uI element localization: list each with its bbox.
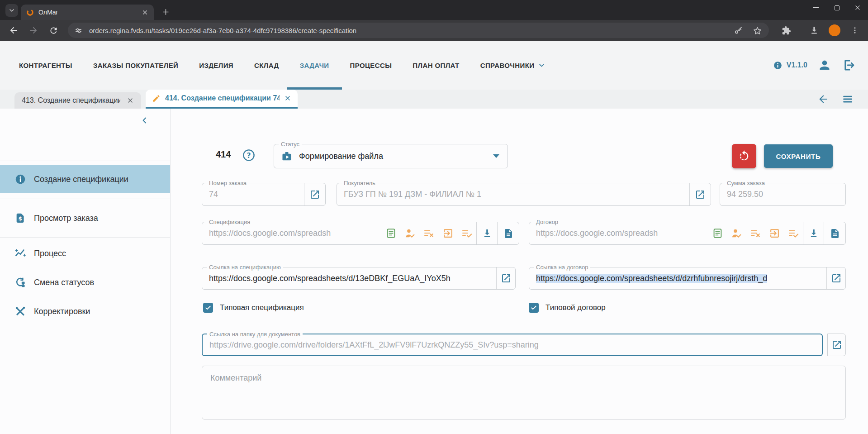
sidebar-item-label: Смена статусов [34, 278, 94, 287]
app-version[interactable]: V1.1.0 [773, 61, 807, 70]
url-text[interactable]: orders.regina.fvds.ru/tasks/019ce26d-af3… [89, 27, 763, 34]
spec-file-button[interactable] [497, 222, 519, 244]
workspace-tab-414[interactable]: 414. Создание спецификации 74 [146, 90, 298, 109]
svg-text:?: ? [247, 152, 251, 160]
contract-list-check-button[interactable] [784, 222, 803, 244]
sidebar-collapse-button[interactable] [138, 114, 151, 127]
passwords-key-icon[interactable] [732, 24, 745, 37]
save-button[interactable]: СОХРАНИТЬ [764, 144, 833, 168]
browser-reload-button[interactable] [47, 24, 60, 37]
specification-link-field[interactable]: Ссылка на спецификацию https://docs.goog… [202, 267, 516, 290]
profile-button[interactable] [818, 59, 831, 72]
close-icon[interactable] [284, 95, 291, 102]
close-icon[interactable] [142, 9, 148, 16]
buyer-value: ГБУЗ ГП № 191 ДЗМ - ФИЛИАЛ № 1 [337, 190, 689, 199]
back-arrow-button[interactable] [817, 93, 829, 105]
open-order-button[interactable] [304, 183, 325, 205]
contract-field[interactable]: Договор https://docs.google.com/spreadsh [529, 222, 846, 245]
nav-item-directories[interactable]: СПРАВОЧНИКИ [480, 41, 546, 90]
documents-folder-link-field[interactable]: Ссылка на папку для документов https://d… [202, 334, 823, 356]
contract-exit-to-app-button[interactable] [765, 222, 784, 244]
workspace-tab-413[interactable]: 413. Создание спецификации 73 [14, 92, 141, 109]
nav-item-contractors[interactable]: КОНТРАГЕНТЫ [19, 41, 72, 90]
nav-item-customer-orders[interactable]: ЗАКАЗЫ ПОКУПАТЕЛЕЙ [93, 41, 178, 90]
checkbox-checked[interactable] [203, 303, 213, 313]
order-number-label: Номер заказа [207, 180, 249, 186]
nav-item-payment-plan[interactable]: ПЛАН ОПЛАТ [413, 41, 459, 90]
main-content: 414 ? Статус Формирование файла СОХРАНИТ… [171, 109, 868, 434]
open-specification-link-button[interactable] [496, 267, 515, 289]
status-value: Формирование файла [299, 152, 383, 161]
contract-link-label: Ссылка на договор [534, 264, 590, 271]
buyer-field[interactable]: Покупатель ГБУЗ ГП № 191 ДЗМ - ФИЛИАЛ № … [337, 183, 711, 206]
person-icon [818, 59, 831, 72]
downloads-icon[interactable] [808, 24, 821, 37]
spec-user-check-button[interactable] [400, 222, 419, 244]
list-remove-icon [750, 228, 761, 239]
profile-avatar[interactable] [829, 24, 840, 36]
status-value-row: Формирование файла [274, 150, 493, 162]
contract-link-field[interactable]: Ссылка на договор https://docs.google.co… [529, 267, 846, 290]
address-bar[interactable]: orders.regina.fvds.ru/tasks/019ce26d-af3… [68, 23, 769, 38]
contract-user-check-button[interactable] [727, 222, 746, 244]
specification-field[interactable]: Спецификация https://docs.google.com/spr… [202, 222, 519, 245]
download-icon [482, 228, 493, 239]
sidebar-item-create-specification[interactable]: Создание спецификации [0, 165, 170, 193]
reset-button[interactable] [732, 144, 756, 168]
documents-folder-link-value[interactable]: https://drive.google.com/drive/folders/1… [203, 340, 822, 350]
checkbox-checked[interactable] [529, 303, 539, 313]
document-lines-icon [712, 228, 723, 239]
tabbar-actions [817, 90, 854, 109]
nav-item-products[interactable]: ИЗДЕЛИЯ [199, 41, 233, 90]
window-close-button[interactable] [847, 0, 868, 15]
bookmark-star-icon[interactable] [751, 24, 764, 37]
sidebar-item-process[interactable]: Процесс [0, 241, 170, 266]
browser-tab[interactable]: ОлМаг [21, 5, 154, 20]
order-number-field[interactable]: Номер заказа 74 [202, 183, 326, 206]
contract-download-button[interactable] [803, 222, 824, 244]
typical-specification-option[interactable]: Типовая спецификация [203, 303, 304, 313]
extensions-puzzle-icon[interactable] [780, 24, 792, 37]
tab-search-button[interactable] [5, 4, 18, 17]
contract-link-value[interactable]: https://docs.google.com/spreadsheets/d/d… [529, 274, 826, 283]
window-maximize-button[interactable] [826, 0, 847, 15]
nav-item-tasks[interactable]: ЗАДАЧИ [300, 41, 329, 90]
spec-list-remove-button[interactable] [419, 222, 438, 244]
user-check-icon [731, 228, 742, 239]
sidebar-item-adjustments[interactable]: Корректировки [0, 299, 170, 324]
question-icon[interactable]: ? [242, 148, 256, 162]
checkbox-label: Типовой договор [545, 303, 606, 312]
contract-file-button[interactable] [824, 222, 845, 244]
specification-link-value[interactable]: https://docs.google.com/spreadsheets/d/1… [202, 274, 496, 283]
comment-input[interactable] [202, 366, 846, 420]
open-contract-link-button[interactable] [826, 267, 845, 289]
kebab-menu-icon[interactable] [849, 24, 861, 37]
invoice-document-icon: $ [14, 212, 26, 224]
browser-forward-button[interactable] [27, 24, 40, 37]
undo-icon [738, 150, 750, 162]
nav-item-processes[interactable]: ПРОЦЕССЫ [350, 41, 392, 90]
open-buyer-button[interactable] [689, 183, 711, 205]
header-right-cluster: V1.1.0 [773, 41, 855, 90]
spec-generate-sheet-button[interactable] [381, 222, 400, 244]
nav-item-warehouse[interactable]: СКЛАД [254, 41, 279, 90]
close-icon[interactable] [127, 97, 134, 104]
hamburger-menu-button[interactable] [842, 93, 854, 105]
external-link-icon [831, 273, 842, 284]
spec-exit-to-app-button[interactable] [438, 222, 457, 244]
spec-download-button[interactable] [476, 222, 497, 244]
window-minimize-button[interactable] [806, 0, 826, 15]
open-documents-folder-button[interactable] [827, 334, 846, 356]
divider [0, 161, 170, 161]
typical-contract-option[interactable]: Типовой договор [529, 303, 606, 313]
sidebar-item-status-change[interactable]: Смена статусов [0, 270, 170, 295]
sidebar-item-view-order[interactable]: $ Просмотр заказа [0, 199, 170, 237]
new-tab-button[interactable] [159, 5, 172, 18]
contract-list-remove-button[interactable] [746, 222, 765, 244]
status-select[interactable]: Статус Формирование файла [274, 144, 508, 168]
logout-button[interactable] [842, 58, 855, 72]
site-info-icon[interactable] [74, 26, 83, 35]
spec-list-check-button[interactable] [457, 222, 476, 244]
contract-generate-sheet-button[interactable] [708, 222, 727, 244]
browser-back-button[interactable] [7, 24, 20, 37]
